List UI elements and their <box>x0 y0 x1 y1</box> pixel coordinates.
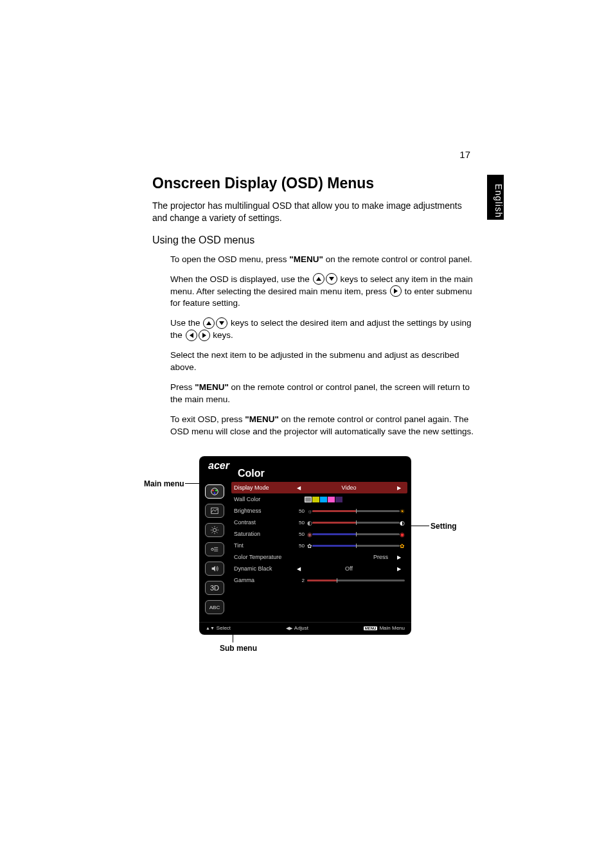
intro-text: The projector has multilingual OSD that … <box>152 200 474 224</box>
row-tint[interactable]: Tint 50 ✿ ✿ <box>231 540 407 551</box>
footer-select: ▲▼Select <box>206 625 231 631</box>
sidebar-settings-icon[interactable] <box>205 523 224 537</box>
svg-point-3 <box>214 492 216 494</box>
osd-title: Color <box>238 468 265 479</box>
down-key-icon <box>216 317 227 329</box>
svg-point-2 <box>215 490 217 492</box>
right-key-icon <box>199 330 210 341</box>
saturation-high-icon: ◉ <box>400 531 405 536</box>
row-display-mode[interactable]: Display Mode ◀ Video ▶ <box>231 482 407 493</box>
row-dynamic-black[interactable]: Dynamic Black ◀ Off ▶ <box>231 563 407 574</box>
right-arrow-icon[interactable]: ▶ <box>393 485 405 491</box>
up-key-icon <box>313 273 324 285</box>
osd-submenu: Display Mode ◀ Video ▶ Wall Color <box>230 482 411 622</box>
bullet-list: To open the OSD menu, press "MENU" on th… <box>152 254 474 438</box>
bullet-6: To exit OSD, press "MENU" on the remote … <box>170 414 474 438</box>
callout-setting: Setting <box>431 522 457 531</box>
wall-color-swatches <box>305 497 342 502</box>
callout-main-menu: Main menu <box>144 479 184 488</box>
tint-low-icon: ✿ <box>307 543 312 548</box>
sidebar-language-icon[interactable]: ABC <box>205 600 224 614</box>
row-brightness[interactable]: Brightness 50 ☼ ☀ <box>231 505 407 517</box>
row-contrast[interactable]: Contrast 50 ◐ ◐ <box>231 517 407 528</box>
brightness-low-icon: ☼ <box>307 508 312 513</box>
contrast-high-icon: ◐ <box>400 520 405 525</box>
left-arrow-icon[interactable]: ◀ <box>293 566 305 572</box>
svg-point-5 <box>213 528 216 531</box>
bullet-3: Use the keys to select the desired item … <box>170 317 474 342</box>
bullet-4: Select the next item to be adjusted in t… <box>170 350 474 374</box>
right-arrow-icon[interactable]: ▶ <box>393 566 405 572</box>
row-gamma[interactable]: Gamma 2 <box>231 574 407 586</box>
tint-high-icon: ✿ <box>400 543 405 548</box>
saturation-low-icon: ◉ <box>307 531 312 536</box>
svg-point-1 <box>212 490 214 492</box>
osd-footer: ▲▼Select ◀▶Adjust MENUMain Menu <box>199 622 411 635</box>
page-number: 17 <box>459 149 470 160</box>
section-title: Using the OSD menus <box>152 235 474 246</box>
page-title: Onscreen Display (OSD) Menus <box>152 175 474 192</box>
right-arrow-icon[interactable]: ▶ <box>393 554 405 560</box>
callout-sub-menu: Sub menu <box>220 644 257 653</box>
sidebar-3d-icon[interactable]: 3D <box>205 581 224 595</box>
sidebar-image-icon[interactable] <box>205 504 224 518</box>
down-key-icon <box>326 273 337 285</box>
up-key-icon <box>203 317 215 329</box>
left-key-icon <box>186 330 197 341</box>
sidebar-management-icon[interactable] <box>205 542 224 556</box>
sidebar-audio-icon[interactable] <box>205 562 224 576</box>
bullet-2: When the OSD is displayed, use the keys … <box>170 274 474 310</box>
row-color-temp[interactable]: Color Temperature Press ▶ <box>231 551 407 563</box>
language-tab: English <box>487 175 504 220</box>
page-content: Onscreen Display (OSD) Menus The project… <box>152 175 474 445</box>
brand-logo: acer <box>208 460 229 472</box>
right-key-icon <box>390 285 402 297</box>
footer-adjust: ◀▶Adjust <box>286 625 308 631</box>
row-wall-color[interactable]: Wall Color <box>231 493 407 505</box>
bullet-5: Press "MENU" on the remote control or co… <box>170 382 474 406</box>
osd-panel: acer Color 3D ABC <box>199 456 411 635</box>
osd-sidebar: 3D ABC <box>199 482 230 622</box>
brightness-high-icon: ☀ <box>400 508 405 513</box>
footer-menu: MENUMain Menu <box>364 625 405 631</box>
sidebar-color-icon[interactable] <box>205 484 224 499</box>
left-arrow-icon[interactable]: ◀ <box>293 485 305 491</box>
bullet-1: To open the OSD menu, press "MENU" on th… <box>170 254 474 266</box>
contrast-low-icon: ◐ <box>307 520 312 525</box>
row-saturation[interactable]: Saturation 50 ◉ ◉ <box>231 528 407 540</box>
